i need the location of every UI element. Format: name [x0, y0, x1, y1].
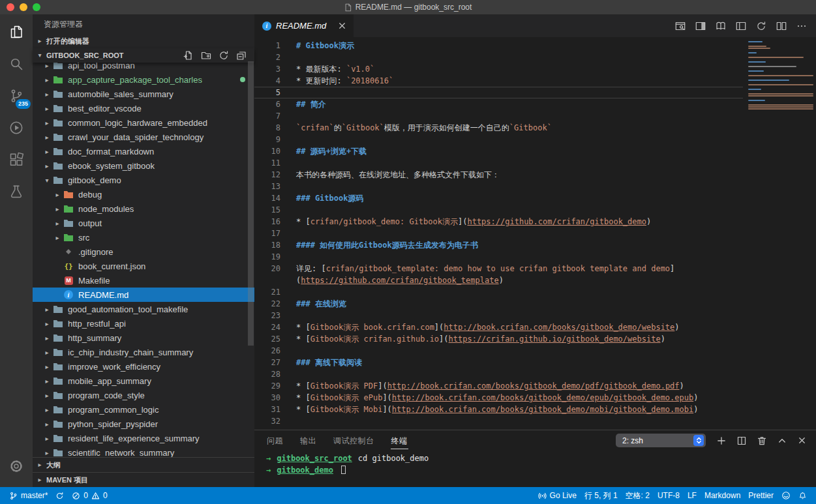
notifications-button[interactable]	[794, 487, 811, 504]
extensions-activity-button[interactable]	[0, 143, 33, 175]
tree-item[interactable]: ▸node_modules	[33, 201, 254, 216]
tree-item[interactable]: ▸improve_work_efficiency	[33, 359, 254, 374]
code-line[interactable]: 16* [crifan/gitbook_demo: Gitbook演示](htt…	[254, 216, 743, 228]
sidebar-scrollbar[interactable]	[248, 61, 254, 346]
encoding-indicator[interactable]: UTF-8	[654, 487, 684, 504]
tree-item[interactable]: ▸program_code_style	[33, 388, 254, 402]
split-editor-icon[interactable]	[776, 21, 787, 31]
tree-item[interactable]: ▸best_editor_vscode	[33, 101, 254, 115]
tree-item[interactable]: ▸app_capture_package_tool_charles	[33, 72, 254, 87]
debug-activity-button[interactable]	[0, 111, 33, 143]
minimap[interactable]	[743, 37, 816, 430]
maven-section[interactable]: ▸ MAVEN 项目	[33, 472, 254, 487]
plus-icon[interactable]	[716, 436, 727, 446]
root-folder-section[interactable]: ▾ GITBOOK_SRC_ROOT	[33, 48, 254, 63]
code-line[interactable]: 26	[254, 345, 743, 357]
git-branch-indicator[interactable]: master*	[5, 487, 52, 504]
tree-item[interactable]: ▸crawl_your_data_spider_technology	[33, 130, 254, 144]
tree-item[interactable]: ▸mobile_app_summary	[33, 374, 254, 388]
preview-icon[interactable]	[675, 21, 686, 31]
close-window-button[interactable]	[7, 3, 14, 11]
code-area[interactable]: 1# Gitbook演示23* 最新版本: `v1.0`4* 更新时间: `20…	[254, 37, 743, 430]
tree-item[interactable]: ▸ebook_system_gitbook	[33, 158, 254, 173]
code-line[interactable]: 15	[254, 204, 743, 216]
tree-item[interactable]: ▸good_automation_tool_makefile	[33, 302, 254, 316]
cursor-position[interactable]: 行 5, 列 1	[581, 487, 622, 504]
code-line[interactable]: 8`crifan`的`Gitbook`模版，用于演示如何创建一个自己的`Gitb…	[254, 122, 743, 134]
tree-item[interactable]: ▸resident_life_experience_summary	[33, 431, 254, 445]
preview-side-icon[interactable]	[695, 21, 706, 31]
code-line[interactable]: 13	[254, 181, 743, 192]
formatter-indicator[interactable]: Prettier	[744, 487, 778, 504]
code-line[interactable]: 24* [Gitbook演示 book.crifan.com](http://b…	[254, 321, 743, 333]
code-line[interactable]: 30* [Gitbook演示 ePub](http://book.crifan.…	[254, 392, 743, 404]
code-line[interactable]: 12本书的各种源码、在线浏览地址、多种格式文件下载如下：	[254, 169, 743, 181]
search-activity-button[interactable]	[0, 48, 33, 80]
panel-tab[interactable]: 终端	[391, 432, 408, 449]
close-tab-icon[interactable]	[337, 21, 347, 31]
tree-item[interactable]: ▸debug	[33, 187, 254, 201]
code-line[interactable]: 10## 源码+浏览+下载	[254, 145, 743, 157]
terminal[interactable]: →gitbook_src_rootcd gitbook_demo→gitbook…	[254, 451, 816, 487]
book-icon[interactable]	[716, 21, 726, 31]
tree-item[interactable]: ▾gitbook_demo	[33, 173, 254, 187]
problems-indicator[interactable]: 0 0	[68, 487, 111, 504]
open-editors-section[interactable]: ▸ 打开的编辑器	[33, 34, 254, 48]
explorer-activity-button[interactable]	[0, 16, 33, 48]
sync-button[interactable]	[52, 487, 68, 504]
tree-item[interactable]: MMakefile	[33, 273, 254, 288]
tree-item[interactable]: ▸program_common_logic	[33, 402, 254, 417]
eol-indicator[interactable]: LF	[684, 487, 701, 504]
code-line[interactable]: 4* 更新时间: `20180616`	[254, 75, 743, 87]
code-line[interactable]: 9	[254, 134, 743, 145]
code-line[interactable]: 17	[254, 228, 743, 239]
tree-item[interactable]: ▸ic_chip_industry_chain_summary	[33, 345, 254, 359]
tree-item[interactable]: ▸scientific_network_summary	[33, 445, 254, 457]
code-line[interactable]: 14### Gitbook源码	[254, 192, 743, 204]
minimize-window-button[interactable]	[20, 3, 27, 11]
source-control-activity-button[interactable]: 235	[0, 80, 33, 111]
tree-item[interactable]: ▸common_logic_hardware_embedded	[33, 115, 254, 130]
code-line[interactable]: 5	[254, 87, 743, 98]
code-line[interactable]: 7	[254, 110, 743, 122]
chevron-up-icon[interactable]	[777, 436, 787, 446]
close-icon[interactable]	[797, 436, 807, 446]
editor[interactable]: 1# Gitbook演示23* 最新版本: `v1.0`4* 更新时间: `20…	[254, 37, 816, 430]
tree-item[interactable]: ▸automobile_sales_summary	[33, 87, 254, 101]
tree-item[interactable]: iREADME.md	[33, 288, 254, 302]
tree-item[interactable]: {}book_current.json	[33, 259, 254, 273]
code-line[interactable]: 25* [Gitbook演示 crifan.github.io](https:/…	[254, 333, 743, 345]
split-terminal-icon[interactable]	[736, 436, 747, 446]
panel-tab[interactable]: 调试控制台	[333, 432, 375, 449]
tree-item[interactable]: ▸api_tool_postman	[33, 63, 254, 72]
collapse-all-icon[interactable]	[236, 50, 247, 61]
code-line[interactable]: 18#### 如何使用此Gitbook源码去生成发布为电子书	[254, 239, 743, 251]
trash-icon[interactable]	[757, 436, 767, 446]
tab-readme[interactable]: i README.md	[254, 14, 354, 37]
language-mode[interactable]: Markdown	[701, 487, 744, 504]
code-line[interactable]: 20详见: [crifan/gitbook_template: demo how…	[254, 263, 743, 286]
code-line[interactable]: 23	[254, 310, 743, 321]
code-line[interactable]: 3* 最新版本: `v1.0`	[254, 63, 743, 75]
panel-tab[interactable]: 问题	[266, 432, 284, 449]
tree-item[interactable]: .gitignore	[33, 245, 254, 259]
tree-item[interactable]: ▸src	[33, 230, 254, 245]
indentation-indicator[interactable]: 空格: 2	[622, 487, 654, 504]
tree-item[interactable]: ▸http_summary	[33, 331, 254, 345]
code-line[interactable]: 19	[254, 251, 743, 263]
zoom-window-button[interactable]	[33, 3, 40, 11]
tree-item[interactable]: ▸python_spider_pyspider	[33, 417, 254, 431]
code-line[interactable]: 22### 在线浏览	[254, 298, 743, 310]
code-line[interactable]: 21	[254, 286, 743, 298]
refresh-icon[interactable]	[219, 50, 229, 61]
panel-tab[interactable]: 输出	[299, 432, 317, 449]
code-line[interactable]: 2	[254, 52, 743, 63]
code-line[interactable]: 29* [Gitbook演示 PDF](http://book.crifan.c…	[254, 380, 743, 392]
settings-activity-button[interactable]	[0, 450, 33, 482]
code-line[interactable]: 1# Gitbook演示	[254, 40, 743, 52]
code-line[interactable]: 6## 简介	[254, 98, 743, 110]
code-line[interactable]: 31* [Gitbook演示 Mobi](http://book.crifan.…	[254, 404, 743, 415]
code-line[interactable]: 11	[254, 157, 743, 169]
new-file-icon[interactable]	[183, 50, 194, 61]
terminal-shell-select[interactable]: 2: zsh	[616, 434, 706, 447]
